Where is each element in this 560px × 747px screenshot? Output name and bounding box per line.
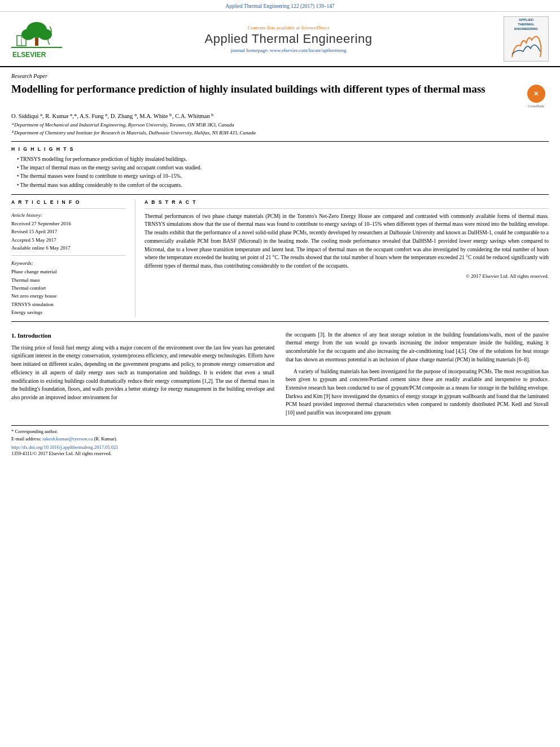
affiliation-a: ᵃ Department of Mechanical and Industria… bbox=[11, 121, 549, 129]
abstract-paragraph: Thermal performances of two phase change… bbox=[145, 212, 549, 270]
copyright-line: © 2017 Elsevier Ltd. All rights reserved… bbox=[145, 273, 549, 281]
email-name: (R. Kumar). bbox=[94, 436, 117, 442]
divider-3 bbox=[11, 208, 126, 209]
affiliations: ᵃ Department of Mechanical and Industria… bbox=[11, 121, 549, 137]
article-info-label: A R T I C L E I N F O bbox=[11, 199, 126, 205]
journal-header: ELSEVIER Contents lists available at Sci… bbox=[0, 12, 560, 67]
divider-6 bbox=[11, 321, 549, 322]
highlight-item: TRNSYS modelling for performance predict… bbox=[17, 155, 549, 164]
sciencedirect-line: Contents lists available at ScienceDirec… bbox=[73, 25, 504, 30]
email-address: E-mail address: rakesh.kumar@ryerson.ca … bbox=[11, 435, 549, 443]
highlights-list: TRNSYS modelling for performance predict… bbox=[17, 155, 549, 190]
homepage-url[interactable]: www.elsevier.com/locate/apthermeng bbox=[270, 47, 346, 53]
body-col-left: 1. Introduction The rising price of foss… bbox=[11, 331, 274, 421]
corresponding-author: * Corresponding author. bbox=[11, 428, 549, 435]
highlights-label: H I G H L I G H T S bbox=[11, 146, 549, 152]
svg-rect-5 bbox=[35, 38, 38, 46]
accepted-date: Accepted 5 May 2017 bbox=[11, 236, 126, 244]
email-link[interactable]: rakesh.kumar@ryerson.ca bbox=[42, 436, 93, 442]
paper-title-row: Modelling for performance prediction of … bbox=[11, 82, 549, 108]
paper-type: Research Paper bbox=[11, 73, 549, 79]
abstract-col: A B S T R A C T Thermal performances of … bbox=[135, 199, 549, 317]
journal-title: Applied Thermal Engineering bbox=[73, 32, 504, 46]
article-info-col: A R T I C L E I N F O Article history: R… bbox=[11, 199, 135, 317]
paper-title: Modelling for performance prediction of … bbox=[11, 82, 518, 96]
svg-point-4 bbox=[38, 29, 52, 40]
email-label: E-mail address: bbox=[11, 436, 42, 442]
highlight-item: The thermal mass was adding considerably… bbox=[17, 181, 549, 190]
revised-date: Revised 15 April 2017 bbox=[11, 228, 126, 235]
svg-point-3 bbox=[21, 29, 35, 40]
svg-rect-0 bbox=[11, 47, 62, 48]
intro-para-3: A variety of building materials has been… bbox=[286, 368, 549, 417]
highlight-item: The thermal masses were found to contrib… bbox=[17, 172, 549, 181]
authors: O. Siddiqui ᵃ, R. Kumar ᵃ,*, A.S. Fung ᵃ… bbox=[11, 112, 549, 119]
crossmark-icon: ✕ bbox=[527, 85, 545, 103]
body-section: 1. Introduction The rising price of foss… bbox=[11, 331, 549, 421]
two-col-body: 1. Introduction The rising price of foss… bbox=[11, 331, 549, 421]
keyword-3: Thermal comfort bbox=[11, 284, 126, 292]
highlight-item: The impact of thermal mass on the energy… bbox=[17, 164, 549, 172]
intro-heading: 1. Introduction bbox=[11, 331, 274, 340]
divider-4 bbox=[11, 255, 126, 256]
doi-line: http://dx.doi.org/10.1016/j.applthermale… bbox=[11, 444, 549, 450]
main-content: Research Paper Modelling for performance… bbox=[0, 73, 560, 457]
crossmark-badge: ✕ CrossMark bbox=[523, 85, 549, 108]
abstract-text: Thermal performances of two phase change… bbox=[145, 212, 549, 281]
authors-text: O. Siddiqui ᵃ, R. Kumar ᵃ,*, A.S. Fung ᵃ… bbox=[11, 113, 214, 119]
intro-para-1: The rising price of fossil fuel energy a… bbox=[11, 344, 274, 402]
divider-2 bbox=[11, 194, 549, 195]
elsevier-logo: ELSEVIER bbox=[11, 19, 62, 59]
keywords-label: Keywords: bbox=[11, 260, 126, 266]
svg-text:ELSEVIER: ELSEVIER bbox=[12, 51, 46, 58]
article-info-abstract: A R T I C L E I N F O Article history: R… bbox=[11, 199, 549, 317]
keyword-2: Thermal mass bbox=[11, 276, 126, 284]
keyword-6: Energy savings bbox=[11, 308, 126, 316]
divider-5 bbox=[145, 208, 549, 209]
journal-center: Contents lists available at ScienceDirec… bbox=[73, 25, 504, 53]
journal-homepage: journal homepage: www.elsevier.com/locat… bbox=[73, 47, 504, 53]
keyword-1: Phase change material bbox=[11, 268, 126, 276]
intro-para-2: the occupants [3]. In the absence of any… bbox=[286, 331, 549, 364]
issn-line: 1359-4311/© 2017 Elsevier Ltd. All right… bbox=[11, 450, 549, 457]
journal-logo-right: APPLIED THERMAL ENGINEERING bbox=[504, 16, 549, 62]
history-label: Article history: bbox=[11, 212, 126, 218]
journal-reference-bar: Applied Thermal Engineering 122 (2017) 1… bbox=[0, 0, 560, 12]
footnotes: * Corresponding author. E-mail address: … bbox=[11, 425, 549, 457]
journal-reference-text: Applied Thermal Engineering 122 (2017) 1… bbox=[225, 3, 335, 9]
doi-url[interactable]: http://dx.doi.org/10.1016/j.applthermale… bbox=[11, 444, 118, 450]
keyword-5: TRNSYS simulation bbox=[11, 300, 126, 308]
keyword-4: Net zero energy house bbox=[11, 292, 126, 300]
body-col-right: the occupants [3]. In the absence of any… bbox=[286, 331, 549, 421]
available-date: Available online 6 May 2017 bbox=[11, 244, 126, 252]
affiliation-b: ᵇ Department of Chemistry and Institute … bbox=[11, 129, 549, 137]
sciencedirect-name[interactable]: ScienceDirect bbox=[301, 25, 329, 30]
divider-1 bbox=[11, 141, 549, 142]
received-date: Received 27 September 2016 bbox=[11, 220, 126, 228]
abstract-label: A B S T R A C T bbox=[145, 199, 549, 205]
